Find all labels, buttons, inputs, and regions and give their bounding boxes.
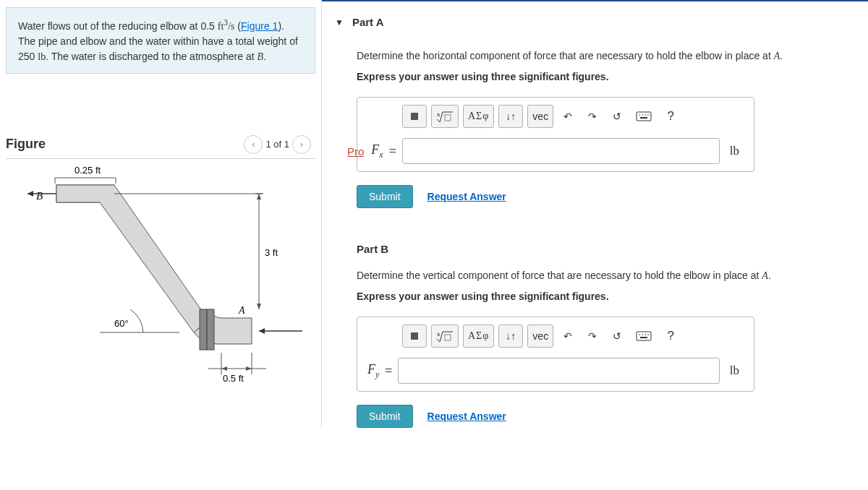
svg-text:60°: 60° [114, 318, 129, 329]
svg-marker-23 [221, 366, 227, 371]
undo-button[interactable]: ↶ [558, 324, 578, 348]
part-a-instruction: Express your answer using three signific… [357, 71, 855, 82]
svg-text:x: x [437, 111, 441, 118]
svg-marker-17 [257, 304, 261, 309]
svg-marker-24 [246, 366, 252, 371]
svg-rect-29 [445, 115, 451, 121]
svg-rect-35 [640, 117, 647, 119]
part-a-prompt: Determine the horizontal component of fo… [357, 48, 855, 64]
svg-point-41 [644, 334, 646, 335]
help-button[interactable]: ? [660, 105, 681, 128]
part-b-submit-button[interactable]: Submit [357, 405, 413, 428]
caret-down-icon: ▼ [335, 17, 344, 27]
part-b-request-answer-link[interactable]: Request Answer [427, 411, 506, 422]
svg-text:0.25 ft: 0.25 ft [75, 165, 101, 176]
svg-rect-9 [200, 309, 207, 350]
redo-button[interactable]: ↷ [582, 324, 603, 348]
pro-link[interactable]: Pro [347, 145, 364, 158]
svg-point-42 [647, 334, 649, 335]
part-a-answer-box: x ΑΣφ ↓↑ vec ↶ ↷ ↺ ? Pro Fx = lb [357, 97, 754, 172]
undo-button[interactable]: ↶ [558, 105, 578, 128]
svg-marker-7 [27, 191, 33, 197]
fx-input[interactable] [402, 138, 720, 164]
subscript-order-button[interactable]: ↓↑ [498, 105, 523, 128]
part-b-instruction: Express your answer using three signific… [357, 291, 855, 302]
svg-rect-38 [637, 332, 651, 340]
svg-text:x: x [437, 330, 441, 338]
unit-lb: lb [726, 364, 744, 378]
reset-button[interactable]: ↺ [607, 105, 627, 128]
keyboard-button[interactable] [631, 105, 656, 128]
svg-point-34 [647, 114, 649, 116]
figure-panel: Figure ‹ 1 of 1 › 0.25 ft B [6, 135, 315, 397]
vec-button[interactable]: vec [527, 105, 553, 128]
part-a-request-answer-link[interactable]: Request Answer [427, 191, 506, 202]
svg-point-32 [642, 114, 643, 116]
part-a-title: Part A [352, 16, 384, 28]
root-fraction-button[interactable]: x [431, 324, 459, 348]
reset-button[interactable]: ↺ [607, 324, 627, 348]
svg-point-40 [642, 334, 643, 335]
greek-button[interactable]: ΑΣφ [463, 324, 494, 348]
svg-rect-30 [637, 112, 651, 121]
svg-text:A: A [238, 305, 245, 316]
figure-link[interactable]: Figure 1 [241, 20, 278, 32]
template-button[interactable] [402, 105, 427, 128]
svg-text:B: B [36, 190, 43, 202]
variable-fx: Fx [371, 142, 383, 160]
svg-point-33 [644, 114, 646, 116]
svg-marker-13 [259, 328, 265, 334]
svg-rect-10 [207, 309, 214, 350]
redo-button[interactable]: ↷ [582, 105, 603, 128]
keyboard-button[interactable] [631, 324, 656, 348]
svg-rect-43 [640, 337, 647, 338]
figure-image: 0.25 ft B A [6, 158, 315, 397]
variable-fy: Fy [367, 362, 379, 380]
part-b-title: Part B [357, 221, 855, 268]
figure-counter: 1 of 1 [265, 139, 289, 150]
svg-rect-37 [445, 335, 451, 340]
svg-marker-16 [257, 194, 261, 199]
part-b-answer-box: x ΑΣφ ↓↑ vec ↶ ↷ ↺ ? Fy = lb [357, 317, 754, 392]
figure-title: Figure [6, 137, 46, 152]
help-button[interactable]: ? [660, 324, 681, 348]
fy-input[interactable] [398, 358, 719, 384]
svg-marker-8 [56, 185, 208, 332]
greek-button[interactable]: ΑΣφ [463, 105, 494, 128]
root-fraction-button[interactable]: x [431, 105, 459, 128]
vec-button[interactable]: vec [527, 324, 553, 348]
svg-text:3 ft: 3 ft [265, 247, 278, 258]
figure-prev-button[interactable]: ‹ [244, 135, 263, 154]
template-button[interactable] [402, 324, 427, 348]
problem-statement: Water flows out of the reducing elbow at… [6, 7, 315, 74]
part-a-header[interactable]: ▼ Part A [335, 1, 855, 35]
svg-point-39 [639, 334, 640, 335]
part-a-submit-button[interactable]: Submit [357, 185, 413, 208]
svg-point-31 [639, 114, 640, 116]
svg-text:0.5 ft: 0.5 ft [223, 373, 244, 384]
unit-lb: lb [726, 144, 744, 158]
part-b-prompt: Determine the vertical component of forc… [357, 268, 855, 283]
subscript-order-button[interactable]: ↓↑ [498, 324, 523, 348]
figure-next-button[interactable]: › [292, 135, 311, 154]
